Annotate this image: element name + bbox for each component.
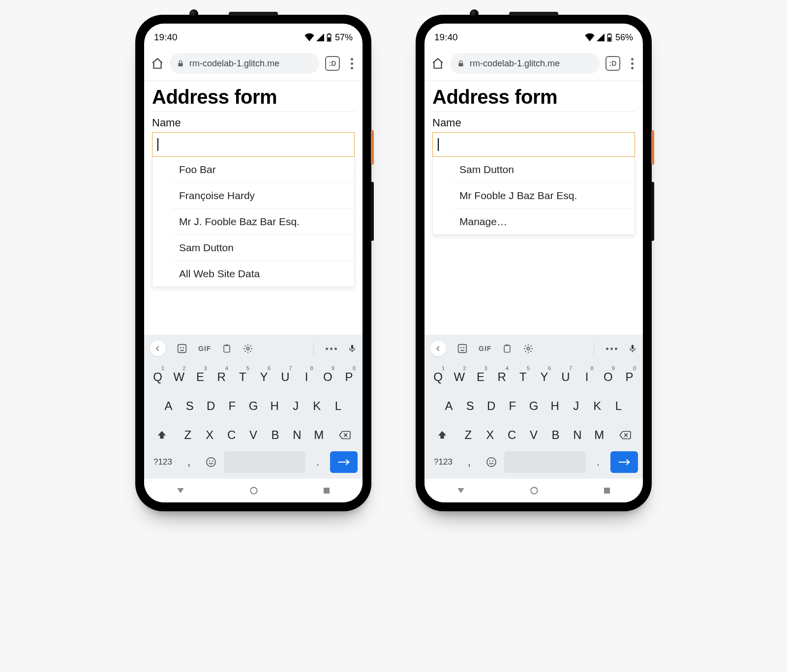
key[interactable]: S <box>180 392 199 419</box>
emoji-key[interactable] <box>201 456 221 468</box>
key[interactable]: E3 <box>471 363 490 390</box>
gear-icon[interactable] <box>242 343 253 354</box>
key[interactable]: R4 <box>212 363 231 390</box>
space-key[interactable] <box>504 451 586 473</box>
suggestion-item[interactable]: Françoise Hardy <box>172 182 354 208</box>
key[interactable]: W2 <box>450 363 469 390</box>
period-key[interactable]: . <box>589 456 607 468</box>
key[interactable]: B <box>265 421 285 448</box>
tab-switcher[interactable]: :D <box>325 56 340 71</box>
key[interactable]: L <box>609 392 628 419</box>
key[interactable]: J <box>286 392 305 419</box>
key[interactable]: N <box>568 421 587 448</box>
key[interactable]: X <box>200 421 219 448</box>
key[interactable]: F <box>222 392 242 419</box>
shift-key[interactable] <box>148 421 176 448</box>
keyboard-collapse-icon[interactable] <box>430 341 446 356</box>
backspace-key[interactable] <box>331 421 359 448</box>
nav-back-icon[interactable] <box>176 486 185 496</box>
key[interactable]: E3 <box>190 363 210 390</box>
key[interactable]: N <box>287 421 307 448</box>
key[interactable]: S <box>460 392 480 419</box>
gif-button[interactable]: GIF <box>479 345 491 352</box>
sticker-icon[interactable] <box>177 343 187 354</box>
key[interactable]: D <box>201 392 220 419</box>
suggestion-item[interactable]: Mr Fooble J Baz Bar Esq. <box>453 182 635 208</box>
emoji-key[interactable] <box>482 456 501 468</box>
key[interactable]: M <box>309 421 329 448</box>
backspace-key[interactable] <box>611 421 639 448</box>
key[interactable]: O9 <box>599 363 618 390</box>
tab-switcher[interactable]: :D <box>605 56 620 71</box>
suggestion-item[interactable]: Mr J. Fooble Baz Bar Esq. <box>172 208 354 234</box>
key[interactable]: H <box>265 392 284 419</box>
key[interactable]: V <box>243 421 263 448</box>
url-bar[interactable]: rm-codelab-1.glitch.me <box>450 53 600 74</box>
key[interactable]: O9 <box>318 363 337 390</box>
mic-icon[interactable] <box>628 343 637 354</box>
nav-home-icon[interactable] <box>249 486 259 496</box>
key[interactable]: C <box>502 421 521 448</box>
enter-key[interactable] <box>610 451 638 473</box>
clipboard-icon[interactable] <box>222 343 232 354</box>
gear-icon[interactable] <box>523 343 534 354</box>
key[interactable]: Z <box>458 421 478 448</box>
key[interactable]: A <box>439 392 458 419</box>
key[interactable]: I8 <box>577 363 596 390</box>
home-icon[interactable] <box>431 57 444 70</box>
nav-recents-icon[interactable] <box>322 486 331 495</box>
key[interactable]: U7 <box>556 363 575 390</box>
keyboard-more-icon[interactable] <box>606 348 617 350</box>
overflow-menu-icon[interactable] <box>346 58 358 69</box>
key[interactable]: A <box>159 392 178 419</box>
key[interactable]: Z <box>178 421 198 448</box>
key[interactable]: K <box>307 392 327 419</box>
key[interactable]: L <box>329 392 348 419</box>
comma-key[interactable]: , <box>180 456 198 468</box>
key[interactable]: V <box>524 421 544 448</box>
key[interactable]: D <box>482 392 501 419</box>
symbols-key[interactable]: ?123 <box>429 457 457 467</box>
space-key[interactable] <box>224 451 305 473</box>
period-key[interactable]: . <box>308 456 327 468</box>
name-field[interactable] <box>152 132 355 157</box>
sticker-icon[interactable] <box>457 343 468 354</box>
mic-icon[interactable] <box>348 343 357 354</box>
home-icon[interactable] <box>151 57 164 70</box>
key[interactable]: Y6 <box>254 363 273 390</box>
url-bar[interactable]: rm-codelab-1.glitch.me <box>170 53 319 74</box>
key[interactable]: Q1 <box>148 363 167 390</box>
nav-home-icon[interactable] <box>529 486 539 496</box>
key[interactable]: W2 <box>169 363 188 390</box>
suggestion-item[interactable]: Sam Dutton <box>172 234 354 261</box>
key[interactable]: K <box>588 392 607 419</box>
comma-key[interactable]: , <box>460 456 479 468</box>
key[interactable]: R4 <box>492 363 512 390</box>
enter-key[interactable] <box>330 451 358 473</box>
key[interactable]: I8 <box>297 363 316 390</box>
overflow-menu-icon[interactable] <box>626 58 638 69</box>
suggestion-item[interactable]: Sam Dutton <box>453 157 635 182</box>
key[interactable]: T5 <box>233 363 252 390</box>
soft-keyboard[interactable]: GIF <box>424 335 643 479</box>
symbols-key[interactable]: ?123 <box>149 457 177 467</box>
key[interactable]: J <box>567 392 586 419</box>
key[interactable]: T5 <box>514 363 533 390</box>
key[interactable]: M <box>589 421 609 448</box>
soft-keyboard[interactable]: GIF <box>144 335 363 479</box>
key[interactable]: Y6 <box>535 363 554 390</box>
key[interactable]: G <box>243 392 263 419</box>
key[interactable]: X <box>480 421 500 448</box>
key[interactable]: C <box>221 421 241 448</box>
key[interactable]: B <box>545 421 565 448</box>
key[interactable]: G <box>524 392 543 419</box>
key[interactable]: Q1 <box>428 363 448 390</box>
nav-back-icon[interactable] <box>456 486 466 496</box>
shift-key[interactable] <box>428 421 456 448</box>
nav-recents-icon[interactable] <box>603 486 611 495</box>
suggestion-item[interactable]: Foo Bar <box>172 157 354 182</box>
key[interactable]: F <box>503 392 522 419</box>
name-field[interactable] <box>432 132 635 157</box>
key[interactable]: P0 <box>620 363 639 390</box>
keyboard-more-icon[interactable] <box>326 348 337 350</box>
